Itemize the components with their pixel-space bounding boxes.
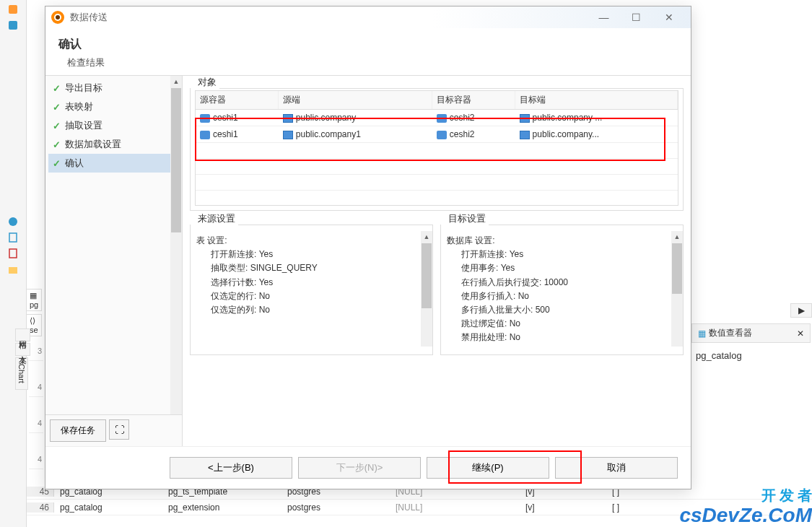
- database-icon: [200, 114, 210, 123]
- nav-scrollbar[interactable]: ▲: [170, 76, 182, 414]
- settings-icon-blue[interactable]: [7, 216, 19, 227]
- target-settings-section: 目标设置 数据库 设置: 打开新连接: Yes 使用事务: Yes 在行插入后执…: [440, 218, 684, 355]
- bg-tab-pg[interactable]: ▦ pg: [26, 289, 42, 311]
- source-scrollbar[interactable]: ▲: [421, 231, 432, 347]
- content-panel: 对象 源容器 源端 目标容器 目标端 cesh: [183, 76, 691, 446]
- database-icon: [437, 114, 447, 123]
- col-target[interactable]: 目标端: [515, 91, 678, 110]
- vert-tab-grid[interactable]: 网格: [15, 328, 30, 341]
- dialog-title: 确认: [58, 37, 678, 52]
- svg-rect-0: [9, 5, 17, 14]
- source-heading: 表 设置:: [196, 234, 427, 248]
- toolbar-icon-2[interactable]: [7, 19, 19, 31]
- right-panel-tab[interactable]: ▦ 数值查看器 ✕: [691, 323, 811, 343]
- data-transfer-dialog: 数据传送 — ☐ ✕ 确认 检查结果 ✓导出目标 ✓表映射 ✓抽取设置 ✓数据加…: [45, 6, 691, 489]
- col-target-container[interactable]: 目标容器: [432, 91, 515, 110]
- target-scrollbar[interactable]: ▲: [671, 231, 683, 347]
- watermark-cn: 开 发 者: [761, 486, 812, 505]
- check-icon: ✓: [53, 139, 61, 150]
- objects-table: 源容器 源端 目标容器 目标端 ceshi1 public.company ce…: [196, 91, 678, 206]
- vert-tab-chart[interactable]: Chart: [15, 357, 28, 390]
- nav-item-load-settings[interactable]: ✓数据加载设置: [48, 135, 179, 154]
- toolbar-icon-1[interactable]: [7, 4, 19, 15]
- file-icon-2[interactable]: [7, 248, 19, 259]
- objects-label: 对象: [195, 76, 219, 89]
- maximize-button[interactable]: ☐: [620, 7, 652, 27]
- right-panel-value: pg_catalog: [691, 343, 811, 368]
- vert-tab-text[interactable]: 文本: [15, 343, 30, 356]
- check-icon: ✓: [53, 102, 61, 113]
- nav-item-table-mapping[interactable]: ✓表映射: [48, 97, 179, 116]
- col-source[interactable]: 源端: [279, 91, 432, 110]
- close-button[interactable]: ✕: [652, 7, 685, 27]
- close-icon[interactable]: ✕: [797, 328, 804, 339]
- table-icon: [283, 114, 293, 123]
- link-icon-button[interactable]: ⛶: [109, 419, 129, 440]
- back-button[interactable]: <上一步(B): [170, 457, 292, 479]
- target-heading: 数据库 设置:: [447, 234, 677, 248]
- folder-icon[interactable]: [7, 264, 19, 275]
- cancel-button[interactable]: 取消: [555, 457, 678, 479]
- database-icon: [437, 131, 447, 139]
- titlebar: 数据传送 — ☐ ✕: [45, 6, 691, 28]
- scroll-right-arrow[interactable]: ▶: [790, 303, 812, 318]
- source-settings-section: 来源设置 表 设置: 打开新连接: Yes 抽取类型: SINGLE_QUERY…: [190, 218, 433, 355]
- database-icon: [200, 131, 210, 139]
- table-icon: [520, 114, 530, 123]
- app-icon: [51, 11, 64, 24]
- svg-rect-1: [9, 21, 17, 30]
- dialog-footer: <上一步(B) 下一步(N)> 继续(P) 取消: [45, 446, 691, 489]
- dialog-subtitle: 检查结果: [58, 56, 678, 69]
- col-source-container[interactable]: 源容器: [196, 91, 279, 110]
- table-row[interactable]: ceshi1 public.company ceshi2 public.comp…: [196, 110, 678, 126]
- svg-rect-5: [9, 267, 17, 274]
- svg-rect-4: [9, 249, 17, 258]
- table-icon: [520, 131, 530, 139]
- left-toolbar: [0, 0, 27, 527]
- next-button: 下一步(N)>: [298, 457, 421, 479]
- window-title: 数据传送: [70, 11, 588, 24]
- nav-item-export-target[interactable]: ✓导出目标: [48, 79, 179, 97]
- objects-section: 对象 源容器 源端 目标容器 目标端 cesh: [190, 82, 684, 211]
- save-task-button[interactable]: 保存任务: [50, 419, 106, 442]
- target-settings-label: 目标设置: [445, 212, 489, 225]
- file-icon[interactable]: [7, 232, 19, 243]
- svg-point-2: [9, 217, 17, 226]
- nav-item-extract-settings[interactable]: ✓抽取设置: [48, 116, 179, 135]
- source-settings-label: 来源设置: [195, 212, 238, 225]
- svg-point-7: [56, 15, 60, 19]
- minimize-button[interactable]: —: [588, 7, 620, 27]
- continue-button[interactable]: 继续(P): [427, 457, 549, 479]
- dialog-header: 确认 检查结果: [45, 28, 691, 75]
- watermark: csDevZe.CoM: [679, 504, 812, 527]
- check-icon: ✓: [53, 83, 61, 94]
- table-row[interactable]: ceshi1 public.company1 ceshi2 public.com…: [196, 126, 678, 143]
- table-icon: [283, 131, 293, 139]
- svg-rect-3: [9, 233, 17, 242]
- nav-item-confirm[interactable]: ✓确认: [48, 154, 179, 173]
- nav-panel: ✓导出目标 ✓表映射 ✓抽取设置 ✓数据加载设置 ✓确认 ▲ 保存任务 ⛶: [45, 76, 183, 446]
- check-icon: ✓: [53, 158, 61, 169]
- check-icon: ✓: [53, 121, 61, 131]
